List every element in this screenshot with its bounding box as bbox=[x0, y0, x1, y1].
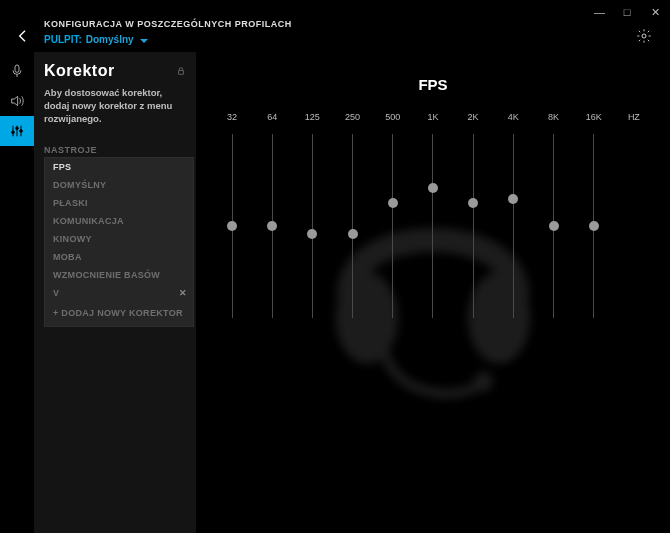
eq-freq-label: 125 bbox=[305, 112, 320, 128]
svg-rect-1 bbox=[15, 65, 19, 72]
eq-title: FPS bbox=[196, 76, 670, 93]
preset-item[interactable]: MOBA bbox=[45, 248, 193, 266]
eq-slider[interactable] bbox=[392, 134, 393, 318]
eq-slider-knob[interactable] bbox=[348, 229, 358, 239]
profile-value: Domyślny bbox=[86, 34, 134, 45]
eq-band: 1K bbox=[415, 112, 451, 322]
eq-slider-knob[interactable] bbox=[508, 194, 518, 204]
preset-item[interactable]: V✕ bbox=[45, 284, 193, 302]
eq-slider[interactable] bbox=[272, 134, 273, 318]
add-preset-button[interactable]: + DODAJ NOWY KOREKTOR bbox=[45, 302, 193, 326]
svg-point-4 bbox=[20, 130, 23, 133]
preset-item[interactable]: WZMOCNIENIE BASÓW bbox=[45, 266, 193, 284]
eq-slider-knob[interactable] bbox=[468, 198, 478, 208]
preset-item[interactable]: PŁASKI bbox=[45, 194, 193, 212]
svg-point-0 bbox=[642, 34, 646, 38]
presets-heading: NASTROJE bbox=[44, 145, 186, 155]
eq-band: 32 bbox=[214, 112, 250, 322]
preset-list: FPSDOMYŚLNYPŁASKIKOMUNIKACJAKINOWYMOBAWZ… bbox=[44, 157, 194, 327]
svg-point-3 bbox=[16, 127, 19, 130]
eq-band: 4K bbox=[495, 112, 531, 322]
eq-band: 500 bbox=[375, 112, 411, 322]
eq-band: 16K bbox=[576, 112, 612, 322]
preset-item[interactable]: DOMYŚLNY bbox=[45, 176, 193, 194]
eq-slider-knob[interactable] bbox=[589, 221, 599, 231]
rail-mic[interactable] bbox=[0, 56, 34, 86]
side-panel: Korektor Aby dostosować korektor, dodaj … bbox=[34, 52, 196, 533]
rail-equalizer[interactable] bbox=[0, 116, 34, 146]
eq-freq-label: 1K bbox=[427, 112, 438, 128]
eq-freq-label: 500 bbox=[385, 112, 400, 128]
eq-sliders: 32641252505001K2K4K8K16KHZ bbox=[214, 112, 652, 322]
eq-freq-label: 64 bbox=[267, 112, 277, 128]
eq-slider-knob[interactable] bbox=[307, 229, 317, 239]
eq-freq-label: 250 bbox=[345, 112, 360, 128]
eq-slider[interactable] bbox=[312, 134, 313, 318]
eq-freq-label: 8K bbox=[548, 112, 559, 128]
preset-item[interactable]: FPS bbox=[45, 158, 193, 176]
panel-title: Korektor bbox=[44, 62, 186, 80]
eq-freq-label: 4K bbox=[508, 112, 519, 128]
settings-button[interactable] bbox=[636, 28, 652, 46]
eq-freq-label: 32 bbox=[227, 112, 237, 128]
eq-slider[interactable] bbox=[352, 134, 353, 318]
eq-slider[interactable] bbox=[432, 134, 433, 318]
eq-slider[interactable] bbox=[593, 134, 594, 318]
eq-hz-label: HZ bbox=[628, 112, 640, 128]
svg-point-8 bbox=[474, 372, 493, 391]
eq-freq-label: 2K bbox=[468, 112, 479, 128]
rail-audio[interactable] bbox=[0, 86, 34, 116]
eq-slider[interactable] bbox=[473, 134, 474, 318]
window-close[interactable]: ✕ bbox=[650, 6, 660, 19]
eq-band: 125 bbox=[294, 112, 330, 322]
eq-slider-knob[interactable] bbox=[428, 183, 438, 193]
window-maximize[interactable]: □ bbox=[622, 6, 632, 18]
eq-slider[interactable] bbox=[513, 134, 514, 318]
preset-delete-icon[interactable]: ✕ bbox=[179, 288, 187, 298]
side-rail bbox=[0, 52, 34, 533]
svg-rect-5 bbox=[179, 71, 184, 75]
config-header: KONFIGURACJA W POSZCZEGÓLNYCH PROFILACH bbox=[44, 19, 292, 29]
eq-slider-knob[interactable] bbox=[549, 221, 559, 231]
preset-item[interactable]: KOMUNIKACJA bbox=[45, 212, 193, 230]
lock-icon bbox=[176, 66, 186, 78]
chevron-down-icon bbox=[140, 39, 148, 43]
svg-point-2 bbox=[12, 131, 15, 134]
eq-freq-label: 16K bbox=[586, 112, 602, 128]
eq-slider-knob[interactable] bbox=[227, 221, 237, 231]
eq-slider-knob[interactable] bbox=[388, 198, 398, 208]
eq-band: 64 bbox=[254, 112, 290, 322]
eq-band: 8K bbox=[536, 112, 572, 322]
eq-band: 250 bbox=[335, 112, 371, 322]
eq-panel: FPS 32641252505001K2K4K8K16KHZ bbox=[196, 52, 670, 533]
window-minimize[interactable]: — bbox=[594, 6, 604, 18]
eq-slider[interactable] bbox=[232, 134, 233, 318]
eq-band: 2K bbox=[455, 112, 491, 322]
eq-slider-knob[interactable] bbox=[267, 221, 277, 231]
panel-desc: Aby dostosować korektor, dodaj nowy kore… bbox=[44, 87, 186, 125]
eq-slider[interactable] bbox=[553, 134, 554, 318]
preset-item[interactable]: KINOWY bbox=[45, 230, 193, 248]
eq-hz-column: HZ bbox=[616, 112, 652, 322]
profile-selector[interactable]: PULPIT: Domyślny bbox=[44, 34, 148, 45]
profile-label: PULPIT: bbox=[44, 34, 82, 45]
back-button[interactable] bbox=[15, 28, 31, 46]
